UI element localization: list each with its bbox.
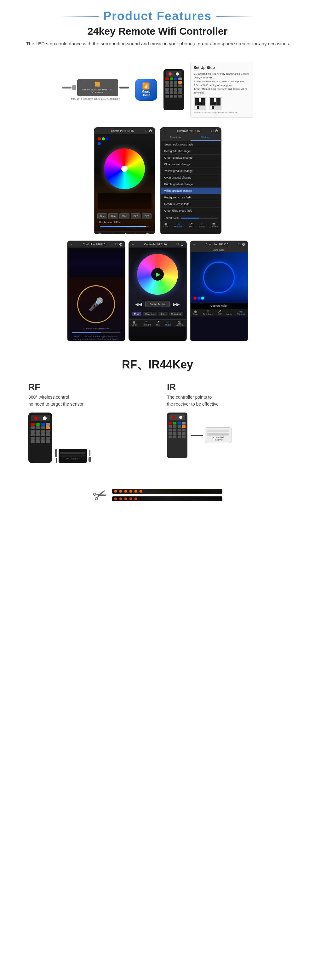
rf-ctrl-line-2 [60,455,85,457]
mic-sensitivity-slider[interactable] [72,332,120,333]
func-item-cyan-gradual[interactable]: Cyan gradual change [161,175,221,181]
func-item-seven-color[interactable]: Seven color cross fade [161,142,221,148]
mic-circle: 🎤 [77,285,115,323]
nav2-color[interactable]: ⬤Color [163,223,169,228]
ir-btn-12 [182,432,186,435]
genre-rock[interactable]: Rock [132,312,142,316]
func-item-red-gradual[interactable]: Red gradual change [161,148,221,154]
header-line-left [61,16,99,17]
func-item-white-gradual[interactable]: White gradual change [161,188,221,194]
rfr-btn-15 [41,437,45,440]
music-controls: ◀◀ Select Music ▶▶ [134,299,181,309]
genre-jazz[interactable]: Jazz [158,312,167,316]
rf-ctrl-line-1 [60,452,85,454]
func-item-gb-cross[interactable]: Green/blue cross fade [161,207,221,214]
ir-label: IR [167,382,286,392]
ir-btn-16 [182,436,186,438]
rfr-btn-b [41,423,45,426]
remote-24key-body [164,69,184,110]
ir-btn-1 [169,425,172,428]
nav2-camera[interactable]: 📷Camera [210,223,218,228]
nav-mic[interactable]: 🎤MIC [123,233,127,234]
select-music-button[interactable]: Select Music [145,301,169,307]
setup-step-2: 2.reset the device(s) and switch on the … [194,80,250,83]
ir-btn-4 [182,425,186,428]
nav5-camera[interactable]: 📷Camera [237,310,245,315]
func-item-rb-cross[interactable]: Red/blue cross fade [161,201,221,207]
remote-btn-10 [170,88,173,91]
rf-remote-body [29,412,52,463]
power-icon-3: ⏻ [119,243,122,246]
page-title: Product Features [103,10,212,23]
rf-hardware-image: RF Controller [29,412,148,463]
diy-btn-5[interactable]: DIY [142,213,151,219]
brightness-slider-track[interactable] [100,226,149,228]
diy-btn-3[interactable]: DIY [119,213,129,219]
diy-buttons-row: DIY DIY DIY DIY DIY [97,213,152,219]
prev-track-btn[interactable]: ◀◀ [135,302,142,307]
ir-btn-13 [169,436,172,438]
back-icon-5: ← [193,243,196,246]
nav4-music[interactable]: ♫Music [165,321,171,326]
screen-header-1: ← Controller 9F6116 ☐ ⏻ [94,128,155,134]
diy-btn-4[interactable]: DIY [131,213,140,219]
nav2-mic[interactable]: 🎤MIC [189,223,193,228]
auto-screen: ← Controller 9F6116 ☐ ⏻ Automatic Captur… [190,240,248,341]
led-indicators [194,297,204,299]
nav2-functions[interactable]: ☰Functions [174,223,184,228]
ir-btn-on [179,416,182,419]
mic-note-text: Note:You can minimize the app to play mu… [69,334,123,341]
nav5-music[interactable]: ♫Music [226,310,232,315]
nav4-functions[interactable]: ☰Functions [142,321,151,326]
rf-btn-off [34,416,38,420]
nav-camera[interactable]: 📷Camera [144,233,152,234]
scissors-strip-row: ✂ [93,485,223,505]
led-strip-bottom-dots [113,496,222,501]
remote-btn-3 [174,81,177,84]
func-item-blue-gradual[interactable]: Blue gradual change [161,161,221,168]
nav5-color[interactable]: ⬤Color [193,310,198,315]
tab-customs[interactable]: Customs [191,134,221,141]
ir-btn-8 [182,429,186,431]
setup-step-1: 1.Download the free APP by scanning the … [194,72,250,80]
func-item-rg-cross[interactable]: Red/green cross fade [161,194,221,201]
nav4-mic[interactable]: 🎤MIC [156,321,160,326]
diy-btn-1[interactable]: DIY [97,213,107,219]
nav-music[interactable]: ♫Music [133,233,138,234]
wifi-icon-3: ☐ [115,243,118,246]
ir-controller-box: IR ControllerReceiver [205,427,232,443]
color-wheel-screen: ← Controller 9F6116 ☐ ⏻ [94,127,155,234]
ir-hardware-image: IR ControllerReceiver [167,412,286,458]
genre-classical1[interactable]: Classical [143,312,157,316]
nav-functions[interactable]: ☰Functions [108,233,118,234]
scan-label: Scan to download Magic Home Pro free APP [194,111,250,114]
nav5-mic[interactable]: 🎤MIC [218,310,222,315]
rf-btn-on [43,416,47,420]
scissors-inner: ✂ [93,485,223,505]
diy-btn-2[interactable]: DIY [108,213,118,219]
func-item-green-gradual[interactable]: Green gradual change [161,154,221,161]
func-item-yellow-gradual[interactable]: Yellow gradual change [161,168,221,175]
nav-bar-2: ⬤Color ☰Functions 🎤MIC ♫Music 📷Camera [161,221,221,229]
setup-step-4: 4.Run "Magic Home Pro" APP and control W… [194,87,250,95]
next-track-btn[interactable]: ▶▶ [173,302,180,307]
nav-color[interactable]: ⬤Color [97,233,102,234]
nav5-functions[interactable]: ☰Functions [203,310,213,315]
nav4-color[interactable]: ⬤Color [131,321,137,326]
tab-functions[interactable]: Functions [161,134,191,141]
remote-btn-17 [165,95,169,98]
rfr-btn-5 [30,430,35,433]
remote-btn-g [170,78,173,80]
led-strip-bottom [112,496,223,501]
func-item-purple-gradual[interactable]: Purple gradual change [161,181,221,188]
genre-classical2[interactable]: Classical [169,312,183,316]
led-6 [140,490,142,493]
nav4-camera[interactable]: 📷Camera [176,321,184,326]
ir-btn-2 [173,425,177,428]
setup-title: Set Up Step [194,65,250,70]
color-wheel[interactable] [104,148,145,189]
led-strip-top-dots [113,489,222,493]
nav2-music[interactable]: ♫Music [199,223,204,228]
header-line-right [216,16,254,17]
remote-btn-5 [165,84,169,87]
